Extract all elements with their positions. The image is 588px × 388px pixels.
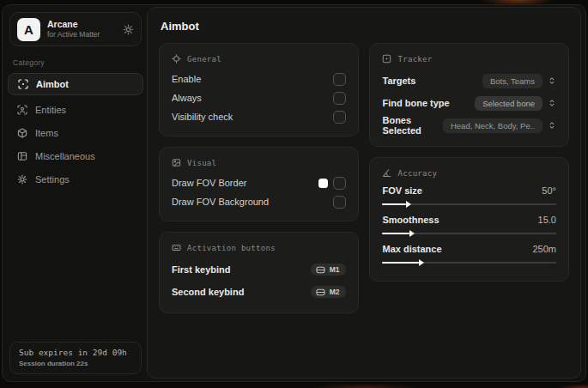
slider-group: Smoothness 15.0 xyxy=(382,213,556,234)
fov-border-color-swatch[interactable] xyxy=(318,179,328,188)
keybind-label: First keybind xyxy=(172,264,230,275)
session-duration-text: Session duration 22s xyxy=(19,360,132,367)
activation-card: Activation buttons First keybind M1 xyxy=(159,232,359,313)
dropdown-label: Bones Selected xyxy=(382,115,442,136)
first-keybind-button[interactable]: M1 xyxy=(311,264,347,276)
angle-icon xyxy=(382,168,391,178)
setting-row: Always xyxy=(172,88,346,107)
keybind-row: First keybind M1 xyxy=(172,258,346,281)
sidebar-item-label: Miscellaneous xyxy=(35,151,95,161)
card-title: Tracker xyxy=(397,55,432,64)
sidebar-item-label: Settings xyxy=(35,174,70,185)
tracker-card: Tracker Targets Bots, Teams xyxy=(369,43,569,147)
slider-fill xyxy=(382,203,405,205)
slider-thumb[interactable] xyxy=(406,201,411,208)
sidebar-item-items[interactable]: Items xyxy=(9,121,142,144)
setting-label: Visibility check xyxy=(172,112,233,122)
setting-row: Enable xyxy=(172,70,346,88)
brand-text: Arcane for Active Matter xyxy=(47,19,116,39)
slider-thumb[interactable] xyxy=(409,230,415,237)
targets-select[interactable]: Bots, Teams xyxy=(482,74,543,88)
subscription-info: Sub expires in 29d 09h Session duration … xyxy=(9,342,142,374)
tracker-icon xyxy=(382,54,391,64)
setting-row: Draw FOV Border xyxy=(172,173,346,192)
cube-icon xyxy=(17,128,27,138)
image-icon xyxy=(172,158,181,167)
category-label: Category xyxy=(13,58,142,67)
slider-thumb[interactable] xyxy=(419,259,424,266)
unfold-icon[interactable] xyxy=(548,76,556,85)
slider-fill xyxy=(382,262,419,264)
draw-fov-background-checkbox[interactable] xyxy=(333,196,346,209)
keyboard-icon xyxy=(172,243,181,252)
sidebar-item-label: Entities xyxy=(35,105,66,115)
setting-label: Always xyxy=(172,93,202,103)
slider-fill xyxy=(382,233,409,234)
accuracy-card: Accuracy FOV size 50° xyxy=(369,157,569,282)
scan-crosshair-icon xyxy=(18,79,28,89)
slider-label: Smoothness xyxy=(382,215,439,225)
visual-card-header: Visual xyxy=(172,158,346,167)
slider-label: Max distance xyxy=(382,244,441,254)
dropdown-row: Find bone type Selected bone xyxy=(382,92,556,114)
dropdown-label: Find bone type xyxy=(382,98,449,108)
keybind-label: Second keybind xyxy=(172,287,244,297)
second-keybind-button[interactable]: M2 xyxy=(311,286,347,298)
slider-label: FOV size xyxy=(382,185,421,196)
sidebar-item-miscellaneous[interactable]: Miscellaneous xyxy=(9,144,142,167)
unfold-icon[interactable] xyxy=(548,121,556,130)
dropdown-row: Targets Bots, Teams xyxy=(382,70,556,92)
dropdown-row: Bones Selected Head, Neck, Body, Pe.. xyxy=(382,114,556,136)
visibility-check-checkbox[interactable] xyxy=(333,111,346,124)
draw-fov-border-checkbox[interactable] xyxy=(333,177,346,190)
card-title: Activation buttons xyxy=(187,244,276,252)
crosshair-icon xyxy=(172,54,181,64)
keybind-value: M1 xyxy=(330,265,340,274)
max-distance-slider[interactable] xyxy=(382,262,556,264)
mouse-icon xyxy=(316,288,325,296)
gear-icon[interactable] xyxy=(123,24,134,35)
sidebar-item-aimbot[interactable]: Aimbot xyxy=(8,73,143,95)
visual-card: Visual Draw FOV Border Draw FOV Backgrou… xyxy=(159,147,359,221)
dropdown-label: Targets xyxy=(382,76,415,86)
sub-expiry-text: Sub expires in 29d 09h xyxy=(19,348,132,357)
keybind-row: Second keybind M2 xyxy=(172,281,346,303)
main-panel: Aimbot General Enable xyxy=(147,7,581,379)
smoothness-slider[interactable] xyxy=(382,233,556,234)
slider-value: 250m xyxy=(532,244,556,254)
setting-row: Visibility check xyxy=(172,107,346,126)
slider-group: Max distance 250m xyxy=(382,242,556,264)
setting-label: Draw FOV Border xyxy=(172,178,246,188)
keybind-value: M2 xyxy=(330,288,340,296)
left-column: General Enable Always Visibility check xyxy=(159,43,359,313)
page-title: Aimbot xyxy=(161,20,569,33)
accuracy-card-header: Accuracy xyxy=(382,168,556,178)
find-bone-type-select[interactable]: Selected bone xyxy=(475,96,543,111)
fov-size-slider[interactable] xyxy=(382,203,556,205)
bones-selected-select[interactable]: Head, Neck, Body, Pe.. xyxy=(443,118,543,133)
slider-group: FOV size 50° xyxy=(382,184,556,205)
right-column: Tracker Targets Bots, Teams xyxy=(369,43,569,313)
card-title: General xyxy=(187,55,221,64)
tracker-card-header: Tracker xyxy=(382,54,556,64)
setting-label: Enable xyxy=(172,74,201,84)
enable-checkbox[interactable] xyxy=(333,73,346,86)
always-checkbox[interactable] xyxy=(333,92,346,105)
sidebar-item-entities[interactable]: Entities xyxy=(9,98,142,121)
sidebar-item-label: Items xyxy=(35,128,58,138)
unfold-icon[interactable] xyxy=(548,99,556,107)
brand-logo: A xyxy=(17,18,40,41)
panels-icon xyxy=(17,151,27,161)
card-title: Visual xyxy=(187,159,216,167)
sidebar: A Arcane for Active Matter Category Aimb xyxy=(3,5,149,381)
person-scan-icon xyxy=(17,105,27,115)
mouse-icon xyxy=(316,266,325,274)
slider-value: 50° xyxy=(542,185,556,196)
general-card: General Enable Always Visibility check xyxy=(159,43,359,136)
app-window: A Arcane for Active Matter Category Aimb xyxy=(2,4,586,382)
sidebar-item-settings[interactable]: Settings xyxy=(9,167,142,191)
sidebar-item-label: Aimbot xyxy=(36,79,69,89)
brand-name: Arcane xyxy=(47,19,116,30)
brand-subtitle: for Active Matter xyxy=(47,30,116,39)
gear-icon xyxy=(17,174,27,185)
